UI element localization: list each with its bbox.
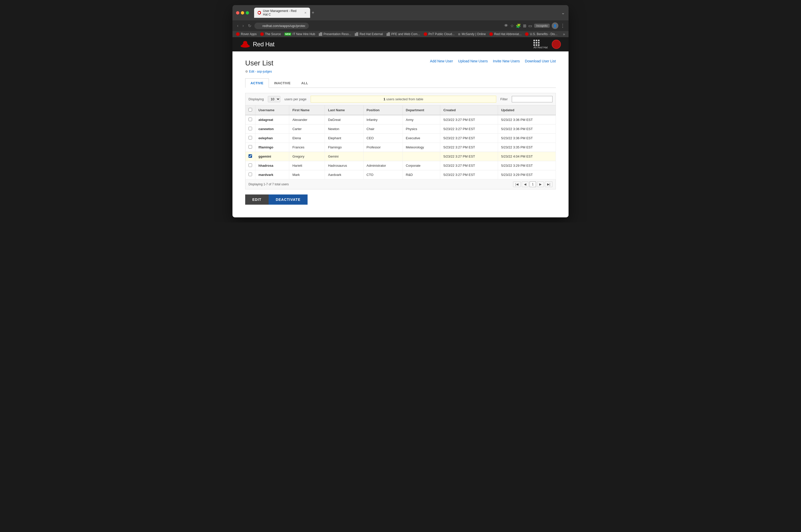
- rh-logo[interactable]: Red Hat: [240, 40, 274, 48]
- last-name-cell: Hadrosaurus: [325, 161, 363, 170]
- url-container: 🔒: [254, 23, 502, 29]
- minimize-button[interactable]: [241, 11, 244, 15]
- download-user-list-link[interactable]: Download User List: [525, 59, 556, 63]
- row-checkbox[interactable]: [248, 145, 252, 149]
- actions-row: Add New User Upload New Users Invite New…: [430, 59, 556, 63]
- position-header: Position: [363, 106, 403, 115]
- incognito-badge: Incognito: [534, 24, 550, 28]
- bookmark-us-benefits[interactable]: U.S. Benefits - Dis...: [525, 32, 557, 36]
- row-checkbox[interactable]: [248, 118, 252, 121]
- position-cell: CTO: [363, 170, 403, 179]
- rh-header: Red Hat All Red Hat: [232, 37, 569, 52]
- sidebar-icon[interactable]: ▭: [528, 23, 532, 28]
- rh-abbrev-favicon: [489, 32, 493, 36]
- edit-link-row: ⚙ Edit - asp-judges: [245, 70, 556, 73]
- extensions-icon[interactable]: ⊞: [523, 23, 526, 28]
- username-cell: mardvark: [255, 170, 289, 179]
- pagination: |◀ ◀ 1 ▶ ▶|: [513, 182, 553, 187]
- forward-button[interactable]: ›: [241, 23, 245, 28]
- tab-title: User Management - Red Hat C: [263, 9, 301, 16]
- created-header: Created: [440, 106, 498, 115]
- row-checkbox-cell: [245, 170, 255, 179]
- bookmark-presentation[interactable]: Presentation Reso...: [319, 32, 351, 36]
- tab-close-button[interactable]: ✕: [304, 11, 307, 15]
- last-name-cell: Flamingo: [325, 143, 363, 152]
- row-checkbox[interactable]: [248, 127, 252, 130]
- close-button[interactable]: [236, 11, 239, 15]
- position-cell: Chair: [363, 125, 403, 134]
- add-new-user-link[interactable]: Add New User: [430, 59, 453, 63]
- puzzle-icon[interactable]: 🧩: [516, 23, 521, 28]
- department-header: Department: [403, 106, 440, 115]
- per-page-select[interactable]: 10 25 50: [268, 96, 280, 102]
- all-red-hat-button[interactable]: All Red Hat: [533, 40, 548, 49]
- bookmark-mcsandy[interactable]: ⊞ McSandy | Online: [458, 32, 486, 36]
- row-checkbox-cell: [245, 134, 255, 143]
- bookmark-rh-abbreviat[interactable]: Red Hat Abbreviat...: [489, 32, 521, 36]
- username-header: Username: [255, 106, 289, 115]
- user-table: Username First Name Last Name Position D…: [245, 105, 556, 179]
- filter-input[interactable]: [512, 96, 553, 102]
- active-tab[interactable]: User Management - Red Hat C ✕: [254, 8, 310, 18]
- bookmark-label: Rover Apps: [241, 32, 256, 36]
- page-content: Red Hat All Red Hat User List: [232, 37, 569, 217]
- upload-new-users-link[interactable]: Upload New Users: [458, 59, 488, 63]
- first-name-cell: Alexander: [289, 115, 325, 125]
- department-cell: Physics: [403, 125, 440, 134]
- row-checkbox[interactable]: [248, 154, 252, 158]
- bookmark-pnt-cloud[interactable]: PnT Public Cloud...: [424, 32, 455, 36]
- row-checkbox[interactable]: [248, 136, 252, 139]
- refresh-button[interactable]: ↻: [247, 23, 252, 29]
- red-hat-logo-svg: [240, 40, 250, 48]
- maximize-button[interactable]: [246, 11, 249, 15]
- prev-page-button[interactable]: ◀: [522, 182, 529, 187]
- tab-all[interactable]: ALL: [296, 78, 313, 88]
- last-name-cell: Newton: [325, 125, 363, 134]
- username-cell: hhadrosa: [255, 161, 289, 170]
- username-cell: canewton: [255, 125, 289, 134]
- deactivate-button[interactable]: DEACTIVATE: [269, 194, 308, 205]
- last-name-header: Last Name: [325, 106, 363, 115]
- first-name-cell: Mark: [289, 170, 325, 179]
- edit-link[interactable]: Edit - asp-judges: [249, 70, 272, 73]
- url-input[interactable]: [254, 23, 309, 29]
- edit-button[interactable]: EDIT: [245, 194, 269, 205]
- back-button[interactable]: ‹: [236, 23, 239, 28]
- updated-cell: 5/23/22 3:29 PM EST: [498, 170, 556, 179]
- traffic-lights: [236, 11, 249, 15]
- row-checkbox[interactable]: [248, 164, 252, 167]
- position-cell: Professor: [363, 143, 403, 152]
- user-avatar[interactable]: [552, 40, 561, 49]
- tab-inactive[interactable]: INACTIVE: [269, 78, 296, 88]
- row-checkbox[interactable]: [248, 173, 252, 176]
- department-cell: Executive: [403, 134, 440, 143]
- svg-point-1: [243, 41, 247, 44]
- star-icon[interactable]: ☆: [510, 23, 514, 28]
- created-cell: 5/23/22 3:27 PM EST: [440, 152, 498, 161]
- department-cell: R&D: [403, 170, 440, 179]
- bookmark-label: Presentation Reso...: [324, 32, 351, 36]
- profile-avatar[interactable]: 👤: [552, 22, 558, 29]
- first-page-button[interactable]: |◀: [513, 182, 521, 187]
- last-name-cell: Gemini: [325, 152, 363, 161]
- first-name-cell: Elena: [289, 134, 325, 143]
- more-bookmarks-icon[interactable]: »: [563, 32, 565, 36]
- next-page-button[interactable]: ▶: [537, 182, 544, 187]
- bookmark-red-hat-external[interactable]: Red Hat External: [355, 32, 383, 36]
- bookmark-rover-apps[interactable]: Rover Apps: [236, 32, 256, 36]
- select-all-checkbox[interactable]: [248, 108, 252, 112]
- last-page-button[interactable]: ▶|: [545, 182, 553, 187]
- rh-header-right: All Red Hat: [533, 40, 561, 49]
- bookmark-the-source[interactable]: The Source: [260, 32, 281, 36]
- tab-active[interactable]: ACTIVE: [245, 78, 269, 88]
- last-name-cell: Aardvark: [325, 170, 363, 179]
- updated-cell: 5/23/22 3:35 PM EST: [498, 143, 556, 152]
- brand-name: Red Hat: [253, 41, 274, 48]
- bookmark-it-new-hire[interactable]: NEW IT New Hire Hub: [284, 32, 315, 36]
- new-tab-button[interactable]: +: [312, 10, 314, 16]
- invite-new-users-link[interactable]: Invite New Users: [493, 59, 520, 63]
- title-bar: User Management - Red Hat C ✕ + ⌄: [232, 5, 569, 20]
- bookmark-pfe-web[interactable]: PFE and Web Com...: [386, 32, 420, 36]
- menu-icon[interactable]: ⋮: [560, 23, 565, 28]
- username-cell: eelephan: [255, 134, 289, 143]
